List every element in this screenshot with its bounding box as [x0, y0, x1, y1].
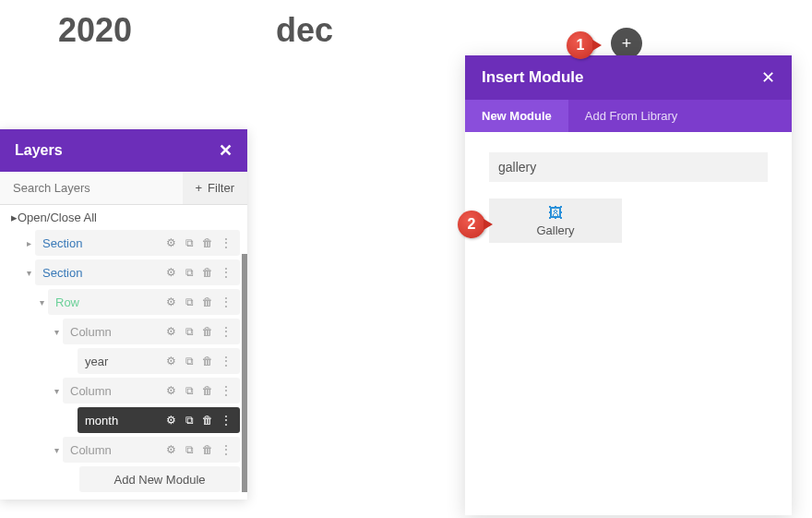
chevron-down-icon[interactable]: ▾ [22, 268, 35, 278]
more-icon[interactable]: ⋮ [220, 384, 233, 397]
trash-icon[interactable]: 🗑 [201, 325, 214, 338]
module-card-label: Gallery [536, 223, 574, 237]
chevron-down-icon[interactable]: ▾ [50, 327, 63, 337]
layer-item-module-year[interactable]: ▾ year ⚙ ⧉ 🗑 ⋮ [65, 348, 240, 374]
duplicate-icon[interactable]: ⧉ [183, 443, 196, 456]
more-icon[interactable]: ⋮ [220, 414, 233, 427]
trash-icon[interactable]: 🗑 [201, 384, 214, 397]
insert-module-title: Insert Module [482, 68, 761, 87]
close-icon[interactable]: ✕ [761, 69, 775, 86]
duplicate-icon[interactable]: ⧉ [183, 295, 196, 308]
more-icon[interactable]: ⋮ [220, 355, 233, 367]
duplicate-icon[interactable]: ⧉ [183, 266, 196, 279]
year-display: 2020 [58, 11, 132, 50]
chevron-right-icon[interactable]: ▸ [22, 238, 35, 248]
trash-icon[interactable]: 🗑 [201, 236, 214, 249]
layer-label: Column [70, 325, 164, 339]
insert-module-header: Insert Module ✕ [465, 55, 792, 100]
search-layers-input[interactable] [0, 172, 183, 204]
layer-item-column[interactable]: ▾ Column ⚙ ⧉ 🗑 ⋮ [50, 319, 240, 344]
layer-item-module-month[interactable]: ▾ month ⚙ ⧉ 🗑 ⋮ [65, 407, 240, 433]
trash-icon[interactable]: 🗑 [201, 414, 214, 427]
layer-label: Row [55, 295, 164, 309]
annotation-badge-2: 2 [458, 211, 485, 238]
tab-add-from-library[interactable]: Add From Library [568, 100, 694, 132]
layer-item-section[interactable]: ▸ Section ⚙ ⧉ 🗑 ⋮ [22, 230, 240, 256]
layers-tree: ▸ Section ⚙ ⧉ 🗑 ⋮ ▾ Section ⚙ [0, 230, 247, 492]
more-icon[interactable]: ⋮ [220, 325, 233, 338]
gear-icon[interactable]: ⚙ [164, 443, 177, 456]
layers-toolbar: + Filter [0, 172, 247, 205]
duplicate-icon[interactable]: ⧉ [183, 355, 196, 367]
gear-icon[interactable]: ⚙ [164, 414, 177, 427]
filter-button[interactable]: + Filter [183, 172, 247, 204]
more-icon[interactable]: ⋮ [220, 236, 233, 249]
layers-body: ▸ Open/Close All ▸ Section ⚙ ⧉ 🗑 ⋮ ▾ [0, 205, 247, 500]
layer-label: Section [42, 266, 164, 280]
module-search-input[interactable] [489, 152, 768, 182]
duplicate-icon[interactable]: ⧉ [183, 414, 196, 427]
plus-icon: + [196, 181, 203, 195]
gear-icon[interactable]: ⚙ [164, 325, 177, 338]
trash-icon[interactable]: 🗑 [201, 443, 214, 456]
gear-icon[interactable]: ⚙ [164, 355, 177, 367]
open-close-label: Open/Close All [18, 211, 97, 224]
layer-label: year [85, 355, 164, 368]
more-icon[interactable]: ⋮ [220, 266, 233, 279]
layer-label: Column [70, 384, 164, 398]
insert-module-tabs: New Module Add From Library [465, 100, 792, 132]
month-display: dec [276, 11, 333, 50]
chevron-down-icon[interactable]: ▾ [50, 445, 63, 455]
filter-label: Filter [208, 181, 234, 195]
duplicate-icon[interactable]: ⧉ [183, 325, 196, 338]
layer-item-column[interactable]: ▾ Column ⚙ ⧉ 🗑 ⋮ [50, 378, 240, 404]
layer-label: Section [42, 236, 164, 250]
layer-item-row[interactable]: ▾ Row ⚙ ⧉ 🗑 ⋮ [35, 289, 240, 315]
module-results: 🖼 Gallery [489, 199, 768, 243]
scrollbar[interactable] [242, 254, 247, 492]
tab-new-module[interactable]: New Module [465, 100, 568, 132]
trash-icon[interactable]: 🗑 [201, 266, 214, 279]
duplicate-icon[interactable]: ⧉ [183, 236, 196, 249]
layers-title: Layers [15, 142, 63, 159]
trash-icon[interactable]: 🗑 [201, 355, 214, 367]
add-new-module-button[interactable]: Add New Module [79, 466, 240, 492]
duplicate-icon[interactable]: ⧉ [183, 384, 196, 397]
module-card-gallery[interactable]: 🖼 Gallery [489, 199, 622, 243]
more-icon[interactable]: ⋮ [220, 295, 233, 308]
gear-icon[interactable]: ⚙ [164, 295, 177, 308]
gear-icon[interactable]: ⚙ [164, 236, 177, 249]
gear-icon[interactable]: ⚙ [164, 384, 177, 397]
layer-item-section[interactable]: ▾ Section ⚙ ⧉ 🗑 ⋮ [22, 259, 240, 285]
insert-module-body: 🖼 Gallery [465, 132, 792, 263]
chevron-down-icon[interactable]: ▾ [50, 386, 63, 396]
gear-icon[interactable]: ⚙ [164, 266, 177, 279]
layer-item-column[interactable]: ▾ Column ⚙ ⧉ 🗑 ⋮ [50, 437, 240, 463]
layers-panel: Layers ✕ + Filter ▸ Open/Close All ▸ Sec… [0, 129, 247, 500]
insert-module-panel: Insert Module ✕ New Module Add From Libr… [465, 55, 792, 515]
open-close-all[interactable]: ▸ Open/Close All [0, 205, 247, 230]
close-icon[interactable]: ✕ [219, 142, 233, 159]
add-module-trigger[interactable]: + [611, 28, 642, 59]
trash-icon[interactable]: 🗑 [201, 295, 214, 308]
image-icon: 🖼 [548, 205, 563, 222]
chevron-down-icon[interactable]: ▾ [35, 297, 48, 307]
annotation-badge-1: 1 [567, 31, 594, 59]
layer-label: month [85, 414, 164, 428]
chevron-right-icon: ▸ [11, 211, 18, 224]
layers-header: Layers ✕ [0, 129, 247, 172]
more-icon[interactable]: ⋮ [220, 443, 233, 456]
layer-label: Column [70, 443, 164, 457]
